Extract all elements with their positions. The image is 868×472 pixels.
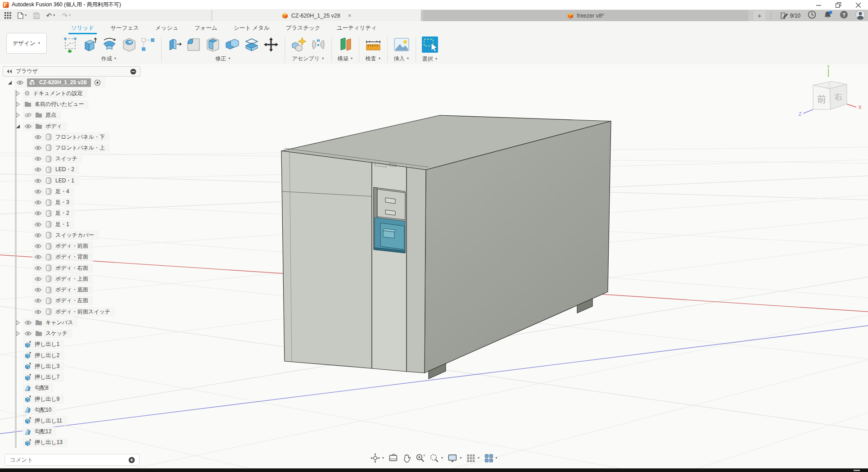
visibility-eye-icon[interactable] [24,331,32,336]
collapse-arrow-icon[interactable] [7,80,12,85]
look-at-button[interactable] [389,454,398,463]
comment-input[interactable] [9,456,128,463]
document-tab-inactive[interactable]: freezer v8* × [423,10,748,21]
visibility-eye-icon[interactable] [24,124,32,129]
3d-viewport[interactable]: ブラウザ CZ-620H_1_25 v28⚙ドキュメントの設定名前の付いたビュー… [0,64,868,468]
browser-row[interactable]: 押し出し11 [0,416,67,426]
browser-row[interactable]: スイッチ [0,154,82,164]
restore-button[interactable] [828,0,848,10]
notifications-button[interactable] [823,10,832,21]
pan-button[interactable] [402,454,411,463]
account-avatar[interactable] [855,10,865,22]
model-front-chamfer[interactable] [407,167,426,373]
browser-row[interactable]: フロントパネル・下 [0,132,110,142]
visibility-eye-icon[interactable] [34,287,42,292]
viewports-button[interactable]: ▼ [484,454,497,463]
collapse-arrow-icon[interactable] [15,124,20,129]
measure-button[interactable] [364,36,382,53]
create-menu[interactable]: 作成▼ [101,55,117,63]
browser-row[interactable]: 押し出し3 [0,361,64,371]
visibility-eye-icon[interactable] [34,135,42,140]
file-menu-button[interactable]: ▼ [18,12,27,19]
inspect-menu[interactable]: 検査▼ [366,55,381,63]
browser-row[interactable]: 押し出し7 [0,372,64,382]
minimize-panel-icon[interactable] [130,68,136,75]
model-body[interactable] [281,115,611,379]
offset-face-button[interactable] [243,36,260,53]
insert-image-button[interactable] [393,36,411,53]
browser-row[interactable]: キャンバス [0,318,78,327]
construction-plane-button[interactable] [337,36,354,53]
save-button[interactable] [33,13,40,19]
redo-button[interactable]: ↷ ▼ [62,12,71,19]
move-button[interactable] [262,36,280,53]
combine-button[interactable] [224,36,241,53]
browser-panel-header[interactable]: ブラウザ [3,66,140,77]
browser-row[interactable]: スケッチ [0,329,72,339]
browser-row[interactable]: LED・2 [0,165,79,175]
tab-close-icon[interactable]: × [348,12,352,19]
orbit-button[interactable]: ▼ [370,453,384,463]
press-pull-button[interactable] [167,36,183,53]
add-comment-icon[interactable] [128,457,135,463]
ribbon-tab-プラスチック[interactable]: プラスチック [278,21,329,35]
browser-row[interactable]: ボディ・上面 [0,274,93,284]
visibility-eye-icon[interactable] [34,189,42,194]
expand-arrow-icon[interactable] [15,91,20,96]
viewcube[interactable]: Y X Z 前 右 上 [796,65,863,123]
pattern-button[interactable] [140,36,156,53]
browser-row[interactable]: ボディ・背面 [0,252,93,262]
ribbon-tab-シート メタル[interactable]: シート メタル [226,21,278,35]
browser-row[interactable]: フロントパネル・上 [0,143,110,153]
ribbon-tab-ソリッド[interactable]: ソリッド [63,21,102,35]
browser-row[interactable]: 勾配12 [0,427,56,437]
fillet-button[interactable] [185,36,202,53]
visibility-eye-icon[interactable] [34,145,42,150]
visibility-eye-icon[interactable] [34,200,42,205]
app-grid-menu-button[interactable] [5,12,11,19]
model-front-face[interactable] [281,151,372,368]
construct-menu[interactable]: 構築▼ [338,55,353,63]
browser-row[interactable]: 押し出し1 [0,340,64,349]
zoom-button[interactable]: ± [416,453,425,463]
insert-menu[interactable]: 挿入▼ [394,55,409,63]
browser-row[interactable]: LED・1 [0,176,79,186]
visibility-eye-icon[interactable] [34,156,42,161]
job-history-button[interactable] [808,10,816,21]
browser-row[interactable]: ボディ・左面 [0,296,93,306]
grid-settings-button[interactable]: ▼ [466,454,480,463]
browser-row[interactable]: スイッチカバー [0,230,99,240]
visibility-eye-icon[interactable] [34,178,42,183]
close-button[interactable] [848,0,868,10]
led-panel[interactable] [377,189,405,220]
minimize-button[interactable] [809,0,828,10]
comment-bar[interactable] [5,454,140,466]
browser-row[interactable]: ボディ・右面 [0,263,93,273]
workspace-selector[interactable]: デザイン ▼ [6,33,47,54]
document-tab-active[interactable]: CZ-620H_1_25 v28 × [212,10,421,21]
visibility-eye-icon[interactable] [34,211,42,216]
browser-row[interactable]: 押し出し9 [0,394,64,404]
expand-arrow-icon[interactable] [15,102,20,107]
fit-button[interactable]: ▼ [429,453,443,463]
ribbon-tab-ユーティリティ[interactable]: ユーティリティ [329,21,385,35]
modify-menu[interactable]: 修正▼ [215,55,231,63]
browser-row[interactable]: 足・1 [0,219,74,229]
browser-row[interactable]: 名前の付いたビュー [0,100,89,109]
activate-component-radio[interactable] [94,79,101,86]
create-sketch-button[interactable] [62,36,79,53]
visibility-eye-icon[interactable] [34,309,42,314]
browser-row[interactable]: 押し出し13 [0,438,68,448]
browser-row[interactable]: 原点 [0,110,61,120]
visibility-eye-icon[interactable] [34,277,42,281]
browser-row[interactable]: 押し出し2 [0,350,64,360]
browser-row[interactable]: ボディ・前面スイッチ [0,307,115,317]
visibility-eye-icon[interactable] [34,244,42,249]
display-settings-button[interactable]: ▼ [448,454,462,463]
hole-button[interactable] [121,36,138,53]
expand-arrow-icon[interactable] [15,113,20,118]
ribbon-tab-フォーム[interactable]: フォーム [186,21,226,35]
ribbon-tab-サーフェス[interactable]: サーフェス [102,21,147,35]
undo-button[interactable]: ↶ ▼ [46,12,55,19]
browser-row[interactable]: ボディ・底面 [0,285,93,295]
